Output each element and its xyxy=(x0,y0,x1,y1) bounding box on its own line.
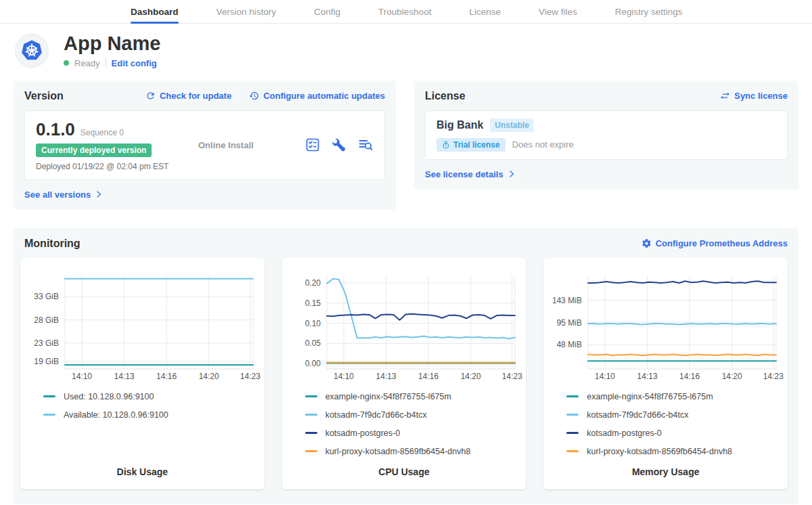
install-type: Online Install xyxy=(198,140,304,150)
svg-text:0.05: 0.05 xyxy=(304,338,321,348)
check-for-update-button[interactable]: Check for update xyxy=(145,91,231,101)
legend-swatch xyxy=(43,395,55,397)
legend-label: kurl-proxy-kotsadm-8569fb6454-dnvh8 xyxy=(587,447,732,456)
svg-text:14:16: 14:16 xyxy=(679,372,700,381)
tab-license[interactable]: License xyxy=(469,0,501,23)
trial-license-badge: Trial license xyxy=(436,138,505,152)
memory-usage-chart-card: 143 MiB95 MiB48 MiB14:1014:1314:1614:201… xyxy=(543,258,788,489)
legend-label: example-nginx-54f8f76755-l675m xyxy=(325,392,451,401)
svg-text:33 GiB: 33 GiB xyxy=(34,292,59,301)
license-panel: License Sync license Big Bank Unstable xyxy=(414,81,798,190)
memory-usage-chart: 143 MiB95 MiB48 MiB14:1014:1314:1614:201… xyxy=(543,266,788,381)
config-wrench-icon[interactable] xyxy=(331,137,347,153)
tab-version-history[interactable]: Version history xyxy=(217,0,277,23)
svg-text:23 GiB: 23 GiB xyxy=(34,338,59,348)
chevron-right-icon xyxy=(95,190,103,198)
legend-swatch xyxy=(305,395,317,397)
deployed-badge: Currently deployed version xyxy=(36,144,152,157)
sync-license-button[interactable]: Sync license xyxy=(720,91,788,101)
page-title: App Name xyxy=(64,33,160,55)
sync-icon xyxy=(720,91,730,101)
cpu-usage-chart-card: 0.200.150.100.050.0014:1014:1314:1614:20… xyxy=(282,258,526,489)
chart-title: Disk Usage xyxy=(20,466,265,489)
svg-text:0.20: 0.20 xyxy=(304,278,321,288)
svg-text:14:10: 14:10 xyxy=(334,372,354,381)
version-panel: Version Check for update Configure autom… xyxy=(14,81,396,210)
legend-item: Used: 10.128.0.96:9100 xyxy=(43,392,265,401)
svg-text:14:23: 14:23 xyxy=(501,372,522,381)
legend-label: example-nginx-54f8f76755-l675m xyxy=(587,392,713,401)
disk-usage-legend: Used: 10.128.0.96:9100Available: 10.128.… xyxy=(43,392,265,420)
legend-item: example-nginx-54f8f76755-l675m xyxy=(305,392,526,401)
configure-prometheus-button[interactable]: Configure Prometheus Address xyxy=(641,238,788,248)
svg-text:28 GiB: 28 GiB xyxy=(34,315,59,324)
license-name: Big Bank xyxy=(436,119,483,131)
version-sequence: Sequence 0 xyxy=(81,128,124,137)
svg-text:14:23: 14:23 xyxy=(240,372,261,381)
app-header: App Name Ready Edit config xyxy=(0,24,812,75)
cpu-usage-chart: 0.200.150.100.050.0014:1014:1314:1614:20… xyxy=(282,266,526,381)
chevron-right-icon xyxy=(508,170,516,178)
legend-item: kurl-proxy-kotsadm-8569fb6454-dnvh8 xyxy=(305,447,526,456)
svg-text:95 MiB: 95 MiB xyxy=(557,318,582,328)
legend-swatch xyxy=(305,450,317,452)
svg-text:0.15: 0.15 xyxy=(304,298,321,307)
license-card: Big Bank Unstable Trial license Do xyxy=(425,110,788,160)
svg-text:14:13: 14:13 xyxy=(376,372,396,381)
status-text: Ready xyxy=(74,58,100,68)
tab-dashboard[interactable]: Dashboard xyxy=(131,0,179,23)
deployed-timestamp: Deployed 01/19/22 @ 02:04 pm EST xyxy=(36,162,198,171)
refresh-icon xyxy=(145,91,156,101)
current-version-card: 0.1.0 Sequence 0 Currently deployed vers… xyxy=(24,110,385,180)
svg-text:14:13: 14:13 xyxy=(637,372,658,381)
version-panel-title: Version xyxy=(24,90,64,102)
svg-text:0.00: 0.00 xyxy=(304,359,321,368)
legend-swatch xyxy=(566,414,579,416)
legend-swatch xyxy=(566,450,579,452)
kubernetes-icon xyxy=(20,39,44,63)
chart-title: Memory Usage xyxy=(543,466,788,489)
svg-text:14:20: 14:20 xyxy=(722,372,742,381)
legend-label: kurl-proxy-kotsadm-8569fb6454-dnvh8 xyxy=(325,447,471,456)
tab-view-files[interactable]: View files xyxy=(539,0,577,23)
legend-swatch xyxy=(305,414,317,416)
disk-usage-chart: 33 GiB28 GiB23 GiB19 GiB14:1014:1314:161… xyxy=(20,266,265,381)
svg-text:0.10: 0.10 xyxy=(304,318,321,328)
schedule-update-icon xyxy=(249,91,259,101)
legend-item: kurl-proxy-kotsadm-8569fb6454-dnvh8 xyxy=(566,447,788,456)
legend-item: kotsadm-postgres-0 xyxy=(566,429,788,438)
version-number: 0.1.0 xyxy=(36,119,75,140)
deploy-logs-icon[interactable] xyxy=(357,137,374,153)
tab-config[interactable]: Config xyxy=(314,0,340,23)
svg-text:14:16: 14:16 xyxy=(418,372,438,381)
legend-item: kotsadm-postgres-0 xyxy=(305,429,526,438)
svg-text:14:20: 14:20 xyxy=(460,372,480,381)
legend-swatch xyxy=(566,432,579,434)
cpu-usage-legend: example-nginx-54f8f76755-l675mkotsadm-7f… xyxy=(305,392,526,456)
top-nav: Dashboard Version history Config Trouble… xyxy=(0,0,812,24)
svg-text:143 MiB: 143 MiB xyxy=(552,295,582,305)
app-logo xyxy=(15,34,49,68)
legend-swatch xyxy=(305,432,317,434)
legend-item: Available: 10.128.0.96:9100 xyxy=(43,410,265,420)
tab-troubleshoot[interactable]: Troubleshoot xyxy=(378,0,431,23)
edit-config-link[interactable]: Edit config xyxy=(112,58,157,68)
disk-usage-chart-card: 33 GiB28 GiB23 GiB19 GiB14:1014:1314:161… xyxy=(20,258,265,489)
chart-title: CPU Usage xyxy=(282,466,526,489)
svg-text:19 GiB: 19 GiB xyxy=(34,357,59,366)
legend-label: kotsadm-7f9dc7d66c-b4tcx xyxy=(325,410,427,420)
license-panel-title: License xyxy=(425,90,466,102)
legend-item: kotsadm-7f9dc7d66c-b4tcx xyxy=(566,410,788,420)
configure-automatic-updates-button[interactable]: Configure automatic updates xyxy=(249,91,385,101)
gear-icon xyxy=(641,238,652,248)
legend-item: example-nginx-54f8f76755-l675m xyxy=(566,392,788,401)
legend-label: Available: 10.128.0.96:9100 xyxy=(64,410,168,420)
see-all-versions-link[interactable]: See all versions xyxy=(24,190,103,200)
tab-registry-settings[interactable]: Registry settings xyxy=(615,0,683,23)
legend-swatch xyxy=(566,395,579,397)
preflight-checks-icon[interactable] xyxy=(304,137,321,153)
svg-text:14:10: 14:10 xyxy=(72,372,92,381)
svg-text:14:23: 14:23 xyxy=(763,372,784,381)
see-license-details-link[interactable]: See license details xyxy=(425,169,516,179)
monitoring-title: Monitoring xyxy=(24,238,81,250)
